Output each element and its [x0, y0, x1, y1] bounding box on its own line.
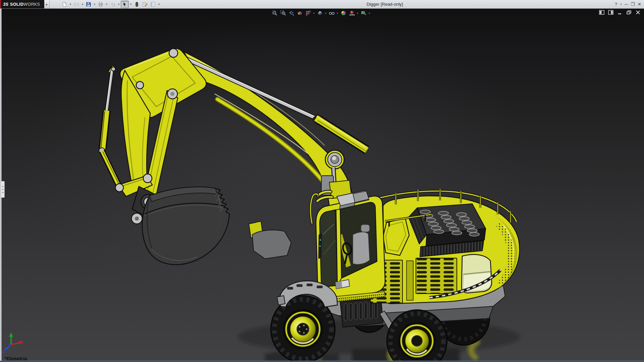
print-button[interactable] — [97, 1, 105, 8]
view-orientation-dropdown[interactable]: ▾ — [312, 9, 316, 17]
tile-left-button[interactable] — [598, 10, 605, 15]
print-dropdown[interactable]: ▾ — [105, 1, 109, 8]
brand-name-light: WORKS — [23, 2, 40, 7]
display-style-button[interactable] — [316, 9, 324, 17]
help-dropdown[interactable]: ▾ — [620, 0, 622, 8]
open-button[interactable] — [72, 1, 80, 8]
close-icon — [635, 10, 641, 15]
collapse-arrow-icon: ◂ — [2, 191, 3, 193]
apply-scene-icon — [349, 10, 355, 16]
new-button[interactable] — [60, 1, 68, 8]
title-bar: 3S SOLIDWORKS ▸ ▾▾▾▾▾▾▾ Digger [Read-onl… — [0, 0, 644, 9]
select-dropdown[interactable]: ▾ — [129, 1, 133, 8]
tile-right-button[interactable] — [607, 10, 614, 15]
help-button[interactable]: ? — [615, 0, 617, 8]
apply-scene-button[interactable] — [347, 9, 356, 17]
undo-dropdown[interactable]: ▾ — [117, 1, 121, 8]
view-settings-dropdown[interactable]: ▾ — [368, 9, 371, 17]
minimize-document-button[interactable] — [616, 10, 623, 15]
logo-accent-stripe — [0, 0, 1, 8]
close-document-button[interactable] — [635, 10, 641, 15]
vent-panel-right — [416, 258, 457, 294]
brand-name-bold: SOLID — [10, 2, 23, 7]
view-settings-button[interactable] — [359, 9, 368, 17]
section-view-icon — [297, 10, 303, 16]
zoom-to-fit-button[interactable] — [270, 9, 279, 17]
restore-document-button[interactable] — [626, 10, 632, 15]
undo-button[interactable] — [109, 1, 117, 8]
save-button[interactable] — [85, 1, 93, 8]
edit-appearance-button[interactable] — [339, 9, 347, 17]
collapse-arrow-icon: ◂ — [2, 185, 3, 187]
new-dropdown[interactable]: ▾ — [68, 1, 72, 8]
options-icon — [150, 2, 156, 7]
edit-appearance-icon — [340, 10, 346, 16]
3d-viewport[interactable]: Z — [0, 0, 644, 362]
zoom-area-icon — [280, 10, 286, 16]
previous-view-button[interactable] — [287, 9, 296, 17]
3ds-logo-icon: 3S — [3, 2, 8, 7]
display-style-icon — [317, 10, 323, 16]
view-orientation-icon — [305, 10, 311, 16]
zoom-to-area-button[interactable] — [279, 9, 287, 17]
save-icon — [86, 2, 91, 7]
view-settings-icon — [361, 10, 367, 16]
zoom-fit-icon — [272, 10, 278, 16]
close-button[interactable]: ✕ — [638, 0, 641, 8]
file-properties-icon — [142, 2, 148, 7]
restore-icon — [626, 10, 632, 15]
window-bottom-border — [0, 361, 644, 362]
triad-z-label: Z — [2, 350, 5, 354]
document-title: Digger [Read-only] — [367, 0, 403, 8]
apply-scene-dropdown[interactable]: ▾ — [356, 9, 359, 17]
hide-show-items-dropdown[interactable]: ▾ — [336, 9, 339, 17]
collapse-arrow-icon: ◂ — [2, 188, 3, 190]
save-dropdown[interactable]: ▾ — [93, 1, 97, 8]
reference-triad: Z — [2, 333, 23, 354]
rebuild-button[interactable] — [133, 1, 141, 8]
document-window-controls — [598, 10, 641, 15]
print-icon — [98, 2, 103, 7]
pane-right-icon — [608, 10, 613, 15]
collapsed-panel-tab[interactable]: ◂◂◂ — [1, 181, 5, 198]
open-dropdown[interactable]: ▾ — [80, 1, 85, 8]
options-button[interactable] — [149, 1, 157, 8]
display-style-dropdown[interactable]: ▾ — [324, 9, 327, 17]
hide-show-items-button[interactable] — [327, 9, 336, 17]
hide-show-items-icon — [329, 10, 335, 16]
heads-up-view-toolbar: ▾▾▾▾▾ — [270, 9, 371, 17]
pane-left-icon — [599, 10, 604, 15]
new-document-icon — [62, 2, 67, 7]
previous-view-icon — [288, 10, 294, 16]
pin — [169, 49, 178, 57]
window-controls: ? ▾ ─ ❐ ✕ — [615, 0, 641, 8]
select-button[interactable] — [121, 1, 129, 8]
view-orientation-button[interactable] — [304, 9, 312, 17]
options-dropdown[interactable]: ▾ — [157, 1, 161, 8]
section-view-button[interactable] — [296, 9, 304, 17]
minimize-button[interactable]: ─ — [625, 0, 628, 8]
minimize-icon — [617, 10, 623, 15]
undo-icon — [110, 2, 115, 7]
rebuild-traffic-light-icon — [134, 2, 140, 7]
menu-flyout-arrow[interactable]: ▸ — [44, 0, 50, 8]
restore-button[interactable]: ❐ — [631, 0, 635, 8]
select-cursor-icon — [122, 2, 127, 7]
file-properties-button[interactable] — [141, 1, 149, 8]
solidworks-logo[interactable]: 3S SOLIDWORKS — [0, 0, 44, 8]
open-folder-icon — [74, 2, 79, 7]
standard-toolbar: ▾▾▾▾▾▾▾ — [60, 0, 161, 8]
